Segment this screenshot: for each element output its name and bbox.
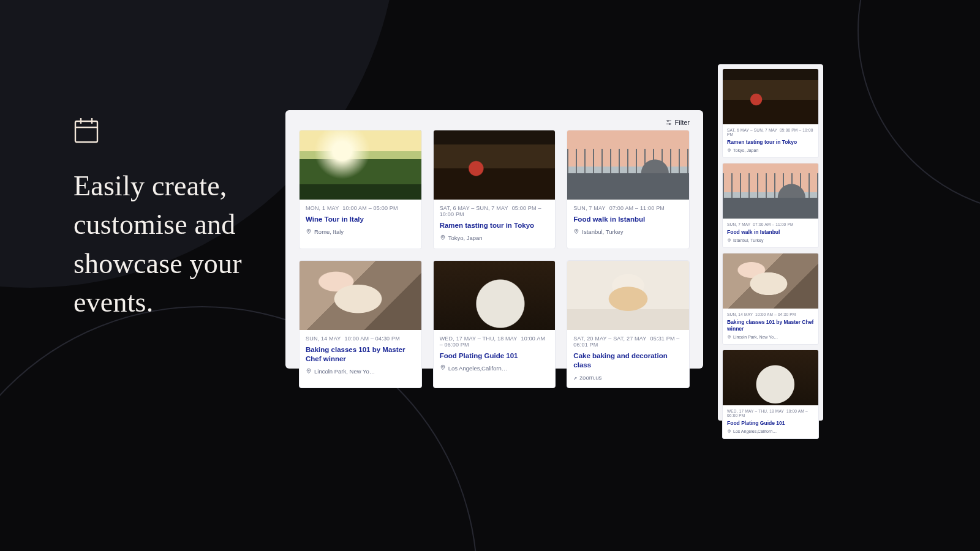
event-thumbnail	[723, 350, 818, 405]
svg-point-7	[669, 124, 670, 125]
event-card[interactable]: SAT, 6 MAY – SUN, 7 MAY 05:00 PM – 10:00…	[722, 69, 819, 158]
event-datetime: SAT, 6 MAY – SUN, 7 MAY05:00 PM – 10:00 …	[440, 205, 549, 217]
event-location: Istanbul, Turkey	[573, 228, 683, 236]
event-location: Lincoln Park, New Yo…	[727, 335, 814, 339]
svg-point-5	[667, 121, 668, 122]
event-thumbnail	[434, 130, 556, 200]
event-card[interactable]: SUN, 14 MAY10:00 AM – 04:30 PM Baking cl…	[299, 260, 422, 388]
pin-icon	[727, 238, 731, 242]
svg-point-14	[729, 239, 729, 240]
event-card[interactable]: SUN, 7 MAY07:00 AM – 11:00 PM Food walk …	[567, 130, 690, 249]
event-thumbnail	[567, 261, 689, 330]
pin-icon	[440, 364, 446, 370]
svg-rect-0	[75, 121, 97, 142]
filter-icon	[665, 119, 673, 126]
svg-point-8	[308, 230, 309, 231]
event-location: Los Angeles,Californ…	[440, 364, 549, 372]
event-card[interactable]: MON, 1 MAY10:00 AM – 05:00 PM Wine Tour …	[299, 130, 422, 249]
event-datetime: SUN, 7 MAY 07:00 AM – 11:00 PM	[727, 222, 814, 227]
svg-point-12	[442, 366, 443, 367]
event-location: Tokyo, Japan	[727, 148, 814, 152]
pin-icon	[306, 368, 312, 374]
event-thumbnail	[300, 130, 421, 200]
event-datetime: SAT, 20 MAY – SAT, 27 MAY05:31 PM – 06:0…	[573, 335, 683, 348]
events-panel-mobile: SAT, 6 MAY – SUN, 7 MAY 05:00 PM – 10:00…	[718, 64, 823, 421]
event-card[interactable]: SAT, 6 MAY – SUN, 7 MAY05:00 PM – 10:00 …	[433, 130, 556, 249]
event-thumbnail	[434, 261, 556, 330]
event-title: Food Plating Guide 101	[440, 351, 549, 361]
event-card[interactable]: SAT, 20 MAY – SAT, 27 MAY05:31 PM – 06:0…	[567, 260, 690, 388]
event-datetime: WED, 17 MAY – THU, 18 MAY 10:00 AM – 06:…	[727, 409, 814, 418]
event-title: Food walk in Istanbul	[573, 215, 683, 225]
svg-point-9	[442, 236, 443, 238]
events-panel-desktop: Filter MON, 1 MAY10:00 AM – 05:00 PM Win…	[285, 110, 703, 369]
link-icon: ↗	[573, 374, 577, 381]
event-title: Food Plating Guide 101	[727, 420, 814, 427]
event-title: Ramen tasting tour in Tokyo	[727, 139, 814, 146]
hero: Easily create, customise and showcase yo…	[74, 116, 270, 322]
event-title: Food walk in Istanbul	[727, 229, 814, 236]
event-thumbnail	[723, 163, 818, 219]
hero-headline: Easily create, customise and showcase yo…	[74, 167, 270, 322]
event-location: Istanbul, Turkey	[727, 238, 814, 242]
event-card[interactable]: WED, 17 MAY – THU, 18 MAY10:00 AM – 06:0…	[433, 260, 556, 388]
event-title: Baking classes 101 by Master Chef winner	[727, 319, 814, 332]
event-datetime: SUN, 14 MAY10:00 AM – 04:30 PM	[306, 335, 415, 342]
calendar-icon	[74, 116, 270, 144]
event-thumbnail	[723, 253, 818, 309]
pin-icon	[306, 228, 312, 234]
svg-point-13	[729, 149, 729, 150]
filter-button[interactable]: Filter	[665, 119, 690, 126]
event-title: Cake baking and decoration class	[573, 351, 683, 370]
svg-point-10	[576, 230, 577, 231]
event-thumbnail	[567, 130, 689, 200]
event-card[interactable]: WED, 17 MAY – THU, 18 MAY 10:00 AM – 06:…	[722, 350, 819, 439]
event-datetime: SAT, 6 MAY – SUN, 7 MAY 05:00 PM – 10:00…	[727, 128, 814, 137]
event-title: Ramen tasting tour in Tokyo	[440, 221, 549, 231]
event-thumbnail	[300, 261, 421, 330]
event-location: Lincoln Park, New Yo…	[306, 368, 415, 375]
pin-icon	[440, 234, 446, 241]
event-location: Los Angeles,Californ…	[727, 429, 814, 433]
pin-icon	[727, 148, 731, 152]
event-card[interactable]: SUN, 14 MAY 10:00 AM – 04:30 PM Baking c…	[722, 253, 819, 345]
pin-icon	[727, 429, 731, 433]
event-datetime: SUN, 14 MAY 10:00 AM – 04:30 PM	[727, 312, 814, 317]
event-datetime: SUN, 7 MAY07:00 AM – 11:00 PM	[573, 205, 683, 211]
event-location: Rome, Italy	[306, 228, 415, 236]
svg-point-15	[729, 336, 729, 337]
svg-point-16	[729, 430, 729, 431]
svg-point-11	[308, 370, 309, 371]
pin-icon	[573, 228, 579, 234]
event-title: Wine Tour in Italy	[306, 215, 415, 225]
event-title: Baking classes 101 by Master Chef winner	[306, 345, 415, 364]
event-location: Tokyo, Japan	[440, 234, 549, 242]
event-datetime: MON, 1 MAY10:00 AM – 05:00 PM	[306, 205, 415, 211]
decorative-ring	[858, 0, 980, 214]
event-datetime: WED, 17 MAY – THU, 18 MAY10:00 AM – 06:0…	[440, 335, 549, 348]
event-location: ↗ zoom.us	[573, 374, 683, 381]
filter-label: Filter	[675, 119, 690, 126]
event-thumbnail	[723, 69, 818, 124]
pin-icon	[727, 335, 731, 339]
event-card[interactable]: SUN, 7 MAY 07:00 AM – 11:00 PM Food walk…	[722, 163, 819, 248]
